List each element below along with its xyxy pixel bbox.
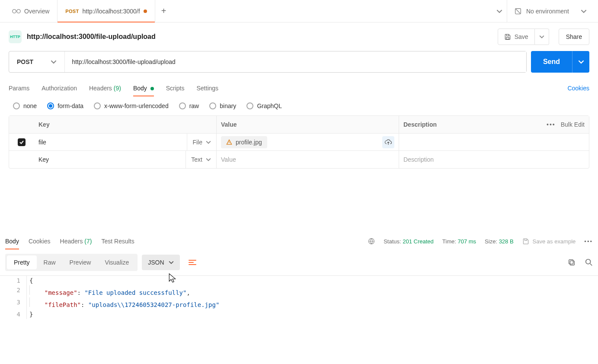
col-key: Key bbox=[34, 116, 217, 133]
resp-tab-headers[interactable]: Headers (7) bbox=[60, 233, 92, 249]
environment-selector[interactable]: No environment bbox=[507, 7, 594, 15]
radio-graphql[interactable]: GraphQL bbox=[246, 102, 282, 109]
response-more-button[interactable]: ••• bbox=[584, 238, 593, 245]
environment-label: No environment bbox=[526, 8, 569, 15]
response-body[interactable]: 1 { 2 "message": "File uploaded successf… bbox=[0, 275, 598, 319]
description-input[interactable] bbox=[399, 134, 589, 150]
view-raw[interactable]: Raw bbox=[37, 255, 63, 269]
tab-scripts[interactable]: Scripts bbox=[166, 80, 185, 96]
radio-none[interactable]: none bbox=[13, 102, 37, 109]
tab-authorization[interactable]: Authorization bbox=[42, 80, 77, 96]
svg-rect-6 bbox=[569, 260, 573, 264]
url-box: POST bbox=[9, 51, 527, 73]
file-pill[interactable]: profile.jpg bbox=[221, 136, 267, 148]
tab-add-button[interactable]: + bbox=[155, 6, 173, 16]
tab-request-method: POST bbox=[65, 9, 79, 14]
send-options-button[interactable] bbox=[572, 51, 589, 73]
value-input-empty[interactable]: Value bbox=[221, 156, 236, 163]
response-view-controls: Pretty Raw Preview Visualize JSON bbox=[0, 249, 598, 275]
save-icon bbox=[504, 33, 511, 40]
request-tabs: Params Authorization Headers (9) Body Sc… bbox=[0, 80, 598, 96]
wrap-lines-icon bbox=[189, 260, 196, 265]
method-selector[interactable]: POST bbox=[9, 51, 65, 72]
overview-icon bbox=[12, 8, 21, 15]
radio-form-data[interactable]: form-data bbox=[47, 102, 83, 109]
table-row: file File profile.jpg bbox=[9, 134, 589, 151]
form-data-head: Key Value Description ••• Bulk Edit bbox=[9, 116, 589, 134]
col-value: Value bbox=[217, 116, 399, 133]
method-value: POST bbox=[17, 58, 33, 65]
type-selector-empty[interactable]: Text bbox=[185, 151, 216, 168]
tab-request[interactable]: POST http://localhost:3000/f bbox=[57, 0, 155, 22]
no-env-icon bbox=[514, 7, 522, 15]
save-icon bbox=[522, 238, 529, 245]
resp-tab-cookies[interactable]: Cookies bbox=[29, 233, 51, 249]
response-tabs: Body Cookies Headers (7) Test Results St… bbox=[0, 233, 598, 249]
request-header: HTTP http://localhost:3000/file-upload/u… bbox=[0, 22, 598, 51]
warning-icon bbox=[226, 139, 232, 145]
radio-binary[interactable]: binary bbox=[209, 102, 236, 109]
url-row: POST Send bbox=[0, 51, 598, 73]
radio-xwww[interactable]: x-www-form-urlencoded bbox=[94, 102, 169, 109]
svg-point-7 bbox=[586, 259, 591, 264]
tab-overview-label: Overview bbox=[24, 8, 49, 15]
description-input-empty[interactable]: Description bbox=[399, 151, 589, 168]
copy-button[interactable] bbox=[568, 259, 576, 266]
save-as-example-button[interactable]: Save as example bbox=[522, 238, 576, 245]
tabs-controls: No environment bbox=[492, 0, 594, 22]
tab-overview[interactable]: Overview bbox=[4, 0, 57, 22]
chevron-down-icon bbox=[206, 157, 211, 162]
view-visualize[interactable]: Visualize bbox=[98, 255, 136, 269]
tabs-chevron-button[interactable] bbox=[492, 0, 507, 22]
radio-raw[interactable]: raw bbox=[179, 102, 199, 109]
svg-rect-5 bbox=[570, 261, 574, 265]
send-button[interactable]: Send bbox=[531, 51, 572, 73]
globe-icon[interactable] bbox=[368, 238, 375, 245]
tabs-bar: Overview POST http://localhost:3000/f + … bbox=[0, 0, 598, 22]
key-input[interactable]: file bbox=[34, 139, 187, 146]
chevron-down-icon bbox=[206, 140, 211, 145]
svg-point-0 bbox=[13, 9, 16, 13]
file-name: profile.jpg bbox=[236, 139, 262, 146]
row-checkbox[interactable] bbox=[18, 138, 26, 146]
body-type-radios: none form-data x-www-form-urlencoded raw… bbox=[0, 96, 598, 115]
tab-request-url: http://localhost:3000/f bbox=[83, 8, 140, 15]
size-info[interactable]: Size: 328 B bbox=[485, 238, 514, 245]
share-button[interactable]: Share bbox=[559, 29, 589, 45]
chevron-down-icon bbox=[581, 8, 587, 14]
chevron-down-icon bbox=[51, 59, 57, 65]
svg-point-1 bbox=[17, 9, 20, 13]
unsaved-dot-icon bbox=[144, 10, 147, 13]
key-input-empty[interactable]: Key bbox=[34, 156, 185, 163]
tab-params[interactable]: Params bbox=[9, 80, 29, 96]
status-info[interactable]: Status: 201 Created bbox=[384, 238, 434, 245]
table-row-empty: Key Text Value Description bbox=[9, 151, 589, 168]
resp-tab-body[interactable]: Body bbox=[5, 233, 19, 249]
tab-headers[interactable]: Headers (9) bbox=[89, 80, 121, 96]
view-pretty[interactable]: Pretty bbox=[7, 255, 37, 269]
cookies-link[interactable]: Cookies bbox=[567, 85, 589, 92]
save-label: Save bbox=[515, 33, 528, 40]
view-preview[interactable]: Preview bbox=[63, 255, 98, 269]
svg-rect-3 bbox=[506, 38, 509, 39]
tab-settings[interactable]: Settings bbox=[197, 80, 219, 96]
tab-body[interactable]: Body bbox=[133, 80, 154, 96]
cloud-upload-button[interactable] bbox=[382, 136, 394, 148]
share-label: Share bbox=[566, 33, 582, 40]
request-title: http://localhost:3000/file-upload/upload bbox=[27, 33, 492, 41]
bulk-edit-button[interactable]: Bulk Edit bbox=[561, 121, 585, 128]
wrap-lines-button[interactable] bbox=[184, 254, 201, 271]
form-data-table: Key Value Description ••• Bulk Edit file… bbox=[9, 115, 589, 169]
search-button[interactable] bbox=[585, 259, 593, 266]
save-options-button[interactable] bbox=[535, 29, 549, 45]
save-button[interactable]: Save bbox=[498, 29, 535, 45]
chevron-down-icon bbox=[169, 260, 174, 265]
type-selector[interactable]: File bbox=[187, 134, 216, 150]
view-mode-segment: Pretty Raw Preview Visualize bbox=[5, 254, 138, 271]
format-selector[interactable]: JSON bbox=[142, 255, 179, 270]
url-input[interactable] bbox=[65, 51, 526, 72]
resp-tab-test-results[interactable]: Test Results bbox=[101, 233, 134, 249]
table-more-button[interactable]: ••• bbox=[547, 121, 556, 128]
time-info[interactable]: Time: 707 ms bbox=[442, 238, 476, 245]
col-description: Description ••• Bulk Edit bbox=[399, 116, 589, 133]
